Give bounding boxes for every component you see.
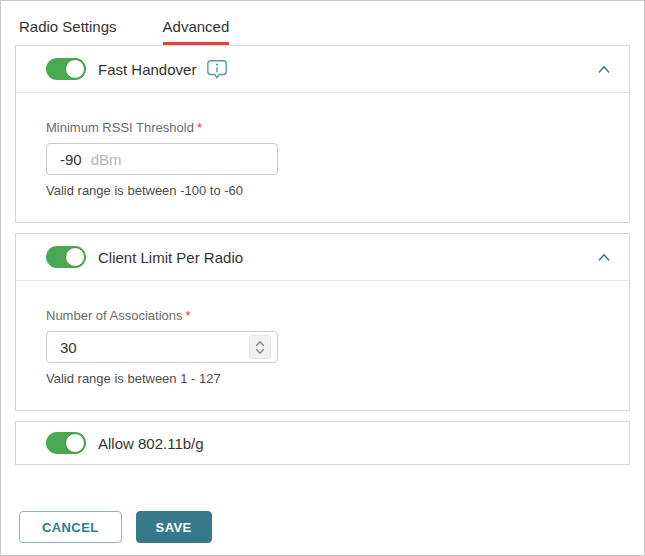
advanced-settings-panel: Radio Settings Advanced Fast Handover — [0, 0, 645, 556]
toggle-knob — [65, 59, 85, 79]
rssi-input-unit: dBm — [91, 151, 122, 168]
rssi-threshold-label: Minimum RSSI Threshold* — [46, 120, 599, 135]
client-limit-card: Client Limit Per Radio Number of Associa… — [15, 233, 630, 411]
fast-handover-body: Minimum RSSI Threshold* -90 dBm Valid ra… — [16, 92, 629, 222]
allow-bg-header: Allow 802.11b/g — [16, 422, 629, 464]
allow-bg-toggle[interactable] — [46, 432, 86, 454]
minimum-rssi-input[interactable]: -90 dBm — [46, 143, 278, 175]
save-button[interactable]: SAVE — [136, 511, 212, 543]
fast-handover-header: Fast Handover — [16, 46, 629, 92]
allow-bg-label: Allow 802.11b/g — [98, 435, 204, 452]
info-tooltip-icon[interactable] — [206, 59, 228, 80]
fast-handover-card: Fast Handover Minimum RSSI Threshold* -9… — [15, 45, 630, 223]
rssi-valid-range-text: Valid range is between -100 to -60 — [46, 183, 599, 198]
fast-handover-toggle[interactable] — [46, 58, 86, 80]
chevron-up-icon[interactable] — [597, 63, 611, 75]
required-marker: * — [186, 308, 191, 323]
cancel-button[interactable]: CANCEL — [19, 511, 122, 543]
client-limit-header: Client Limit Per Radio — [16, 234, 629, 280]
toggle-knob — [65, 247, 85, 267]
toggle-knob — [65, 433, 85, 453]
required-marker: * — [197, 120, 202, 135]
number-stepper-icon[interactable] — [249, 335, 271, 359]
client-limit-label: Client Limit Per Radio — [98, 249, 243, 266]
associations-valid-range-text: Valid range is between 1 - 127 — [46, 371, 599, 386]
rssi-input-value: -90 — [60, 151, 82, 168]
client-limit-body: Number of Associations* 30 Valid range i… — [16, 280, 629, 410]
associations-input-value: 30 — [60, 339, 77, 356]
fast-handover-label: Fast Handover — [98, 61, 196, 78]
chevron-up-icon[interactable] — [597, 251, 611, 263]
client-limit-toggle[interactable] — [46, 246, 86, 268]
allow-bg-card: Allow 802.11b/g — [15, 421, 630, 465]
associations-label: Number of Associations* — [46, 308, 599, 323]
tab-bar: Radio Settings Advanced — [1, 1, 644, 45]
associations-input[interactable]: 30 — [46, 331, 278, 363]
tab-advanced[interactable]: Advanced — [163, 18, 230, 45]
footer-actions: CANCEL SAVE — [19, 511, 212, 543]
tab-radio-settings[interactable]: Radio Settings — [19, 18, 117, 45]
